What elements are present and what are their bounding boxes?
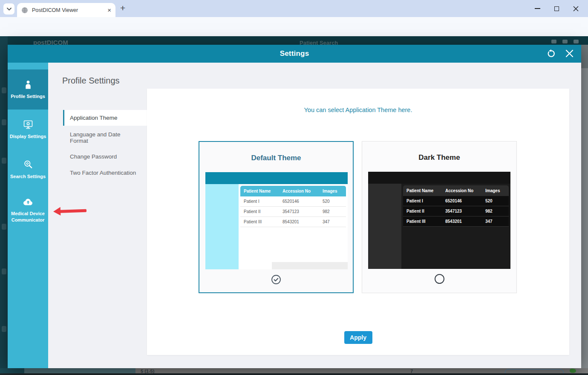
- sidebar-item-profile-settings[interactable]: Profile Settings: [8, 69, 48, 110]
- table-row: Patient I 6520146 520: [403, 196, 509, 206]
- browser-window: PostDICOM Viewer × + germany.postdicom.c…: [0, 0, 588, 375]
- chevron-down-icon: [7, 8, 12, 11]
- background-app-logo: postDICOM: [33, 39, 68, 45]
- tab-close-icon[interactable]: ×: [107, 7, 111, 13]
- background-footer-count: 5 (1-5): [141, 369, 154, 373]
- settings-sidebar: Profile Settings Display Settings: [8, 63, 48, 368]
- settings-content: Profile Settings Application Theme Langu…: [48, 63, 581, 368]
- theme-name: Dark Theme: [362, 153, 516, 162]
- table-row: Patient III 8543201 347: [240, 217, 346, 227]
- tab-strip: PostDICOM Viewer × +: [0, 0, 588, 17]
- display-settings-icon: [23, 119, 34, 130]
- preview-topbar: [368, 172, 510, 184]
- col-header-accession-no: Accession No: [445, 188, 485, 193]
- apply-button[interactable]: Apply: [344, 331, 372, 344]
- theme-option-dark[interactable]: Dark Theme Patient Name Accession No Ima…: [362, 141, 517, 293]
- window-controls: [535, 0, 588, 17]
- table-row: Patient II 3547123 982: [240, 207, 346, 217]
- table-row: Patient III 8543201 347: [403, 216, 509, 227]
- preview-table: Patient Name Accession No Images Patient…: [240, 186, 346, 227]
- dark-theme-radio[interactable]: [362, 274, 516, 284]
- sidebar-item-display-settings[interactable]: Display Settings: [8, 110, 48, 150]
- col-header-patient-name: Patient Name: [240, 189, 282, 193]
- background-app-right-edge-top: [581, 45, 588, 68]
- maximize-button[interactable]: [554, 6, 559, 11]
- background-app-title: Patient Search: [300, 40, 338, 45]
- background-app-footer: 5 (1-5) 7: [0, 368, 588, 373]
- preview-table-header: Patient Name Accession No Images: [403, 185, 509, 196]
- sidebar-item-label: Profile Settings: [11, 93, 45, 99]
- preview-topbar: [205, 172, 348, 184]
- background-app-left-sidebar: [0, 36, 8, 368]
- preview-main: Patient Name Accession No Images Patient…: [401, 184, 510, 269]
- preview-footer: [272, 262, 348, 269]
- check-circle-icon: [271, 274, 281, 285]
- settings-modal: Settings Profile Settings: [8, 45, 581, 368]
- col-header-images: Images: [323, 189, 346, 193]
- theme-name: Default Theme: [199, 154, 353, 162]
- page-title: Profile Settings: [62, 76, 120, 86]
- browser-tab[interactable]: PostDICOM Viewer ×: [17, 3, 115, 17]
- sidebar-item-label: Medical Device Communicator: [9, 211, 47, 223]
- minimize-button[interactable]: [535, 8, 540, 9]
- sidebar-item-search-settings[interactable]: Search Settings: [8, 150, 48, 190]
- person-icon: [23, 79, 34, 90]
- table-row: Patient II 3547123 982: [403, 206, 509, 216]
- background-footer-button: [505, 369, 564, 373]
- reset-icon[interactable]: [546, 49, 556, 58]
- background-app-right-edge: [581, 45, 588, 368]
- sidebar-item-label: Display Settings: [10, 133, 46, 139]
- browser-toolbar: germany.postdicom.com/Viewer/Main ☆: [0, 17, 588, 36]
- radio-unchecked-icon: [435, 274, 444, 284]
- sidebar-item-label: Search Settings: [10, 173, 46, 179]
- new-tab-button[interactable]: +: [120, 3, 125, 13]
- cloud-upload-icon: [22, 196, 34, 208]
- preview-sidebar: [368, 184, 401, 269]
- settings-modal-header: Settings: [8, 45, 581, 63]
- window-close-button[interactable]: [573, 6, 579, 12]
- theme-settings-card: You can select Application Theme here. D…: [147, 89, 569, 355]
- settings-submenu: Application Theme Language and Date Form…: [63, 110, 147, 176]
- col-header-patient-name: Patient Name: [403, 188, 445, 193]
- menu-item-language-date-format[interactable]: Language and Date Format: [63, 131, 134, 144]
- default-theme-radio[interactable]: [199, 274, 353, 285]
- col-header-images: Images: [485, 188, 509, 193]
- tab-search-button[interactable]: [3, 3, 14, 14]
- menu-item-two-factor-authentication[interactable]: Two Factor Authentication: [63, 170, 147, 176]
- search-settings-icon: [23, 159, 34, 170]
- background-app-topbar-icons: [551, 40, 579, 43]
- dark-theme-preview: Patient Name Accession No Images Patient…: [368, 172, 510, 269]
- background-footer-leaf-icon: [570, 369, 576, 373]
- preview-table: Patient Name Accession No Images Patient…: [403, 185, 509, 227]
- table-row: Patient I 6520146 520: [240, 196, 346, 207]
- sidebar-item-medical-device-communicator[interactable]: Medical Device Communicator: [8, 190, 48, 230]
- preview-sidebar: [205, 184, 239, 269]
- col-header-accession-no: Accession No: [282, 189, 323, 193]
- theme-option-default[interactable]: Default Theme Patient Name Accession No …: [199, 141, 354, 293]
- background-footer-number: 7: [410, 369, 413, 373]
- tab-title: PostDICOM Viewer: [32, 7, 104, 13]
- annotation-arrow: [53, 206, 88, 216]
- favicon: [21, 7, 28, 14]
- default-theme-preview: Patient Name Accession No Images Patient…: [205, 172, 348, 269]
- settings-modal-title: Settings: [280, 49, 309, 58]
- theme-hint-text: You can select Application Theme here.: [147, 107, 569, 113]
- menu-item-change-password[interactable]: Change Password: [63, 153, 147, 160]
- menu-item-application-theme[interactable]: Application Theme: [63, 110, 147, 126]
- close-icon[interactable]: [565, 49, 574, 58]
- background-app-bottom-edge: [0, 373, 588, 375]
- preview-main: Patient Name Accession No Images Patient…: [239, 184, 348, 269]
- background-app-topbar: postDICOM Patient Search: [0, 36, 588, 45]
- preview-table-header: Patient Name Accession No Images: [240, 186, 346, 196]
